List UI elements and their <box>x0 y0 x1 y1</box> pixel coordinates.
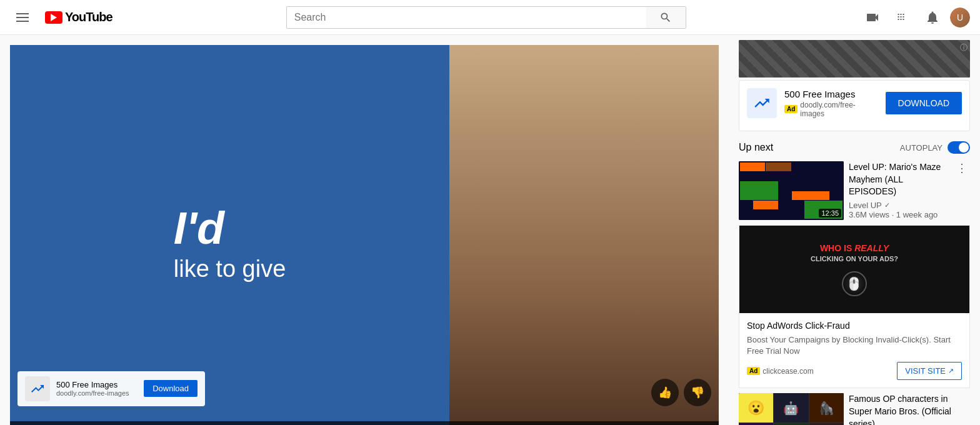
video-duration-mario: 12:35 <box>819 209 841 218</box>
video-ad-download-button[interactable]: Download <box>144 380 198 397</box>
search-icon <box>659 11 672 24</box>
sidebar-ad-url-row: Ad clickcease.com <box>747 367 814 376</box>
sponsored-title: 500 Free Images <box>784 89 878 99</box>
sidebar-ad-badge: Ad <box>747 367 760 375</box>
up-next-label: Up next <box>739 142 773 153</box>
hamburger-icon <box>16 13 29 22</box>
video-card-channel-mario: Level UP ✓ <box>849 201 949 210</box>
video-ad-title: 500 Free Images <box>56 380 138 389</box>
sponsored-url: doodly.com/free-images <box>800 101 878 118</box>
search-form <box>286 6 686 29</box>
video-ad-text: 500 Free Images doodly.com/free-images <box>56 380 138 397</box>
video-card-title-famchar: Famous OP characters in Super Mario Bros… <box>849 393 970 425</box>
sidebar-ad-url: clickcease.com <box>762 367 813 376</box>
video-text-line1: I'd <box>174 206 286 251</box>
bell-icon <box>925 10 940 25</box>
video-player-wrap: I'd like to give 500 Free <box>10 45 719 425</box>
video-background: I'd like to give <box>10 45 719 425</box>
sponsored-top: 500 Free Images Ad doodly.com/free-image… <box>747 88 962 118</box>
youtube-logo[interactable]: YouTube <box>45 10 112 24</box>
autoplay-label: AUTOPLAY <box>900 143 942 152</box>
video-right-panel <box>449 45 719 425</box>
sponsored-chart-icon <box>753 94 771 112</box>
sidebar-ad-card-clickcease: WHO IS REALLY CLICKING ON YOUR ADS? 🖱️ S… <box>739 225 970 388</box>
video-player[interactable]: I'd like to give 500 Free <box>10 45 719 425</box>
video-card-famchar[interactable]: 😮 🤖 🦍 🎮 🐢 🌹 13:00 Famous OP characters i… <box>739 393 970 425</box>
video-card-info-mario: Level UP: Mario's Maze Mayhem (ALL EPISO… <box>849 161 949 220</box>
main-content: I'd like to give 500 Free <box>0 35 980 425</box>
logo-text: YouTube <box>65 10 112 24</box>
sponsored-icon <box>747 88 777 118</box>
up-next-header: Up next AUTOPLAY <box>739 141 970 154</box>
sponsored-info: 500 Free Images Ad doodly.com/free-image… <box>784 89 878 118</box>
ad-badge: Ad <box>784 105 798 113</box>
youtube-icon <box>45 11 62 24</box>
sponsored-ad-row: Ad doodly.com/free-images <box>784 101 878 118</box>
sidebar-ad-banner-bg <box>739 40 970 78</box>
apps-button[interactable] <box>890 5 915 30</box>
autoplay-toggle[interactable] <box>948 141 970 154</box>
avatar[interactable]: U <box>950 8 970 28</box>
visit-site-label: VISIT SITE <box>905 366 946 376</box>
search-input[interactable] <box>286 6 646 29</box>
video-card-meta-mario: 3.6M views · 1 week ago <box>849 210 949 219</box>
video-text-line2: like to give <box>174 256 286 282</box>
dislike-button[interactable]: 👎 <box>684 379 711 406</box>
apps-icon <box>895 10 910 25</box>
ad-close-button[interactable]: ⓘ <box>960 42 968 53</box>
hamburger-button[interactable] <box>10 5 35 30</box>
sidebar-ad-banner: ⓘ <box>739 40 970 78</box>
chart-icon <box>30 381 45 396</box>
video-left-panel: I'd like to give <box>10 45 449 425</box>
sidebar-ad-desc: Boost Your Campaigns by Blocking Invalid… <box>747 334 962 357</box>
video-ad-bar: Ad 1 of 2 · 1:05 ⓘ doodly.com/free-image… <box>10 421 719 425</box>
video-card-mario[interactable]: 12:35 Level UP: Mario's Maze Mayhem (ALL… <box>739 161 970 220</box>
sidebar-ad-thumb: WHO IS REALLY CLICKING ON YOUR ADS? 🖱️ <box>739 226 969 313</box>
visit-site-button[interactable]: VISIT SITE ↗ <box>897 362 962 380</box>
sidebar: ⓘ 500 Free Images Ad doodly.com/free-ima… <box>729 35 980 425</box>
like-button[interactable]: 👍 <box>651 379 679 406</box>
sidebar-ad-title: Stop AdWords Click-Fraud <box>747 321 962 331</box>
video-card-title-mario: Level UP: Mario's Maze Mayhem (ALL EPISO… <box>849 161 949 198</box>
upload-button[interactable] <box>860 5 885 30</box>
header-left: YouTube <box>10 5 112 30</box>
more-options-mario[interactable]: ⋮ <box>954 161 970 175</box>
video-card-info-famchar: Famous OP characters in Super Mario Bros… <box>849 393 970 425</box>
header-center <box>286 6 686 29</box>
verified-icon-mario: ✓ <box>884 201 890 209</box>
upload-icon <box>865 10 880 25</box>
header-right: U <box>860 5 970 30</box>
notifications-button[interactable] <box>920 5 945 30</box>
video-ad-url: doodly.com/free-images <box>56 389 138 397</box>
header: YouTube U <box>0 0 980 35</box>
autoplay-row: AUTOPLAY <box>900 141 970 154</box>
video-text-block: I'd like to give <box>161 193 299 295</box>
search-button[interactable] <box>646 6 686 29</box>
sidebar-ad-row2: Ad clickcease.com VISIT SITE ↗ <box>747 362 962 380</box>
external-link-icon: ↗ <box>948 367 954 375</box>
video-thumb-mario: 12:35 <box>739 161 844 220</box>
video-thumb-famchar: 😮 🤖 🦍 🎮 🐢 🌹 13:00 <box>739 393 844 425</box>
sidebar-download-button[interactable]: DOWNLOAD <box>886 92 962 114</box>
video-ad-icon <box>25 376 50 401</box>
avatar-image: U <box>950 8 970 28</box>
video-action-overlay: 👍 👎 <box>651 379 711 406</box>
video-ad-overlay: 500 Free Images doodly.com/free-images D… <box>18 371 205 406</box>
video-section: I'd like to give 500 Free <box>0 35 729 425</box>
sidebar-sponsored-card: 500 Free Images Ad doodly.com/free-image… <box>739 80 970 131</box>
sidebar-ad-content: Stop AdWords Click-Fraud Boost Your Camp… <box>739 313 969 388</box>
video-card-more-mario: ⋮ <box>954 161 970 220</box>
